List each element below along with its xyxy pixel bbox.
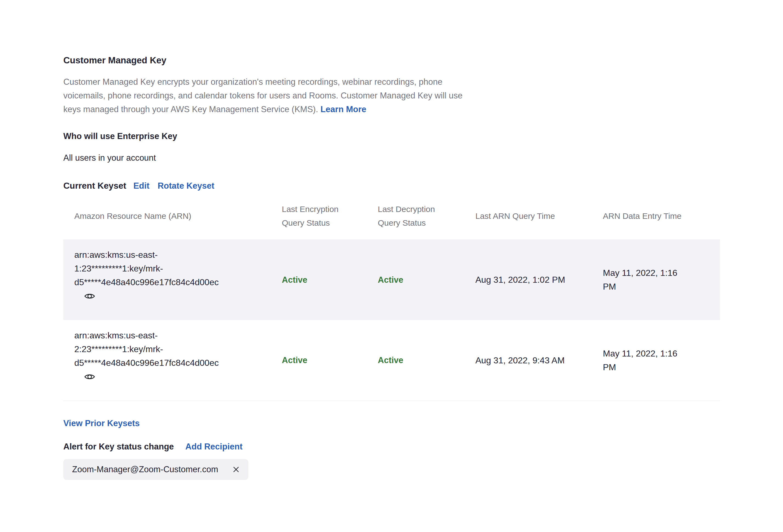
remove-recipient-button[interactable] (232, 466, 240, 473)
arn-value: arn:aws:kms:us-east-1:23*********1:key/m… (74, 248, 239, 289)
last-arn-query-time: Aug 31, 2022, 9:43 AM (475, 353, 591, 367)
last-arn-query-time: Aug 31, 2022, 1:02 PM (475, 273, 591, 287)
enterprise-key-heading: Who will use Enterprise Key (63, 129, 783, 143)
view-prior-keysets-link[interactable]: View Prior Keysets (63, 416, 140, 430)
recipient-list: Zoom-Manager@Zoom-Customer.com (63, 459, 783, 480)
column-arn: Amazon Resource Name (ARN) (63, 193, 282, 240)
encryption-status: Active (282, 275, 307, 285)
enterprise-key-value: All users in your account (63, 151, 783, 165)
learn-more-link[interactable]: Learn More (320, 104, 366, 114)
decryption-status: Active (378, 275, 403, 285)
edit-keyset-link[interactable]: Edit (133, 179, 149, 193)
add-recipient-link[interactable]: Add Recipient (185, 440, 242, 453)
description-line-1: Customer Managed Key encrypts your organ… (63, 77, 442, 87)
recipient-chip: Zoom-Manager@Zoom-Customer.com (63, 459, 248, 480)
description: Customer Managed Key encrypts your organ… (63, 75, 783, 116)
eye-icon (84, 292, 95, 300)
arn-value: arn:aws:kms:us-east-2:23*********1:key/m… (74, 328, 239, 370)
rotate-keyset-link[interactable]: Rotate Keyset (158, 179, 214, 193)
keyset-table-row: arn:aws:kms:us-east-1:23*********1:key/m… (63, 240, 720, 320)
current-keyset-heading: Current Keyset (63, 179, 126, 192)
reveal-arn-button[interactable] (84, 292, 95, 300)
arn-data-entry-time: May 11, 2022, 1:16 PM (603, 266, 684, 293)
decryption-status: Active (378, 355, 403, 365)
column-last-decryption-status: Last Decryption Query Status (378, 193, 475, 240)
reveal-arn-button[interactable] (84, 373, 95, 381)
alert-row: Alert for Key status change Add Recipien… (63, 440, 783, 453)
column-last-arn-query-time: Last ARN Query Time (475, 193, 603, 240)
current-keyset-heading-row: Current Keyset Edit Rotate Keyset (63, 179, 783, 193)
alert-heading: Alert for Key status change (63, 440, 174, 453)
description-line-2: voicemails, phone recordings, and calend… (63, 91, 463, 100)
customer-managed-key-panel: Customer Managed Key Customer Managed Ke… (0, 0, 783, 480)
description-line-3: keys managed through your AWS Key Manage… (63, 104, 318, 114)
arn-data-entry-time: May 11, 2022, 1:16 PM (603, 347, 684, 374)
keyset-table: Amazon Resource Name (ARN)Last Encryptio… (63, 193, 720, 401)
recipient-email: Zoom-Manager@Zoom-Customer.com (72, 465, 218, 474)
keyset-table-header-row: Amazon Resource Name (ARN)Last Encryptio… (63, 193, 720, 240)
eye-icon (84, 373, 95, 381)
column-arn-data-entry-time: ARN Data Entry Time (603, 193, 720, 240)
page-title: Customer Managed Key (63, 55, 783, 66)
encryption-status: Active (282, 355, 307, 365)
keyset-table-row: arn:aws:kms:us-east-2:23*********1:key/m… (63, 320, 720, 401)
column-last-encryption-status: Last Encryption Query Status (282, 193, 378, 240)
keyset-table-body: arn:aws:kms:us-east-1:23*********1:key/m… (63, 240, 720, 401)
close-icon (232, 466, 240, 473)
